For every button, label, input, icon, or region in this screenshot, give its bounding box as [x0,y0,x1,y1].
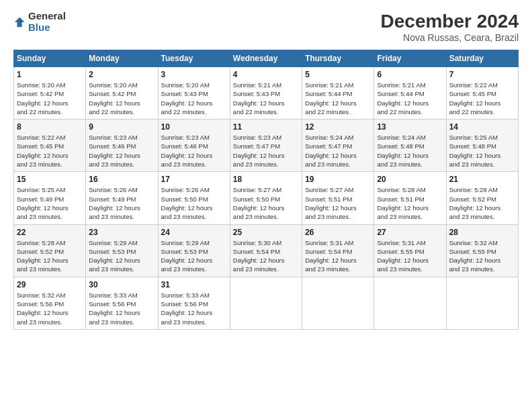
header-tuesday: Tuesday [158,50,230,67]
daylight-label: Daylight: 12 hours [89,309,140,316]
day-number: 2 [89,70,154,79]
day-number: 17 [161,175,227,184]
sunset-label: Sunset: 5:55 PM [377,248,424,255]
table-cell: 3 Sunrise: 5:20 AM Sunset: 5:43 PM Dayli… [158,67,230,120]
daylight-label: Daylight: 12 hours [161,204,213,212]
daylight-minutes: and 22 minutes. [161,108,207,116]
daylight-minutes: and 23 minutes. [89,318,134,326]
sunrise-label: Sunrise: 5:31 AM [305,239,353,246]
table-cell [302,277,374,329]
daylight-label: Daylight: 12 hours [377,152,429,159]
day-number: 21 [449,175,515,184]
day-detail: Sunrise: 5:32 AM Sunset: 5:55 PM Dayligh… [449,238,515,274]
table-cell: 23 Sunrise: 5:29 AM Sunset: 5:53 PM Dayl… [86,224,158,277]
sunset-label: Sunset: 5:54 PM [305,248,352,255]
calendar-table: Sunday Monday Tuesday Wednesday Thursday… [13,50,519,330]
day-detail: Sunrise: 5:22 AM Sunset: 5:45 PM Dayligh… [17,133,83,169]
sunset-label: Sunset: 5:44 PM [305,90,352,97]
day-detail: Sunrise: 5:27 AM Sunset: 5:50 PM Dayligh… [233,185,299,221]
table-cell: 28 Sunrise: 5:32 AM Sunset: 5:55 PM Dayl… [446,224,518,277]
daylight-minutes: and 22 minutes. [233,108,279,116]
table-cell [230,277,302,329]
table-cell: 15 Sunrise: 5:25 AM Sunset: 5:49 PM Dayl… [14,172,86,224]
sunset-label: Sunset: 5:52 PM [449,195,496,203]
header: General Blue December 2024 Nova Russas, … [13,11,519,43]
daylight-label: Daylight: 12 hours [377,99,429,107]
daylight-minutes: and 23 minutes. [449,265,495,273]
day-number: 12 [305,122,371,132]
sunrise-label: Sunrise: 5:29 AM [161,239,210,246]
daylight-label: Daylight: 12 hours [89,204,140,212]
daylight-label: Daylight: 12 hours [89,257,140,264]
day-detail: Sunrise: 5:28 AM Sunset: 5:51 PM Dayligh… [377,185,443,221]
header-row: Sunday Monday Tuesday Wednesday Thursday… [14,50,519,67]
sunrise-label: Sunrise: 5:31 AM [377,239,425,246]
title-section: December 2024 Nova Russas, Ceara, Brazil [381,11,519,43]
sunset-label: Sunset: 5:56 PM [89,300,136,308]
day-number: 5 [305,70,371,79]
daylight-label: Daylight: 12 hours [17,257,69,264]
daylight-minutes: and 23 minutes. [233,161,279,168]
table-cell: 10 Sunrise: 5:23 AM Sunset: 5:46 PM Dayl… [158,120,230,172]
sunset-label: Sunset: 5:53 PM [161,248,208,255]
day-detail: Sunrise: 5:29 AM Sunset: 5:53 PM Dayligh… [89,238,154,274]
sunset-label: Sunset: 5:42 PM [17,90,64,97]
sunrise-label: Sunrise: 5:26 AM [89,186,137,193]
daylight-label: Daylight: 12 hours [233,99,285,107]
day-detail: Sunrise: 5:20 AM Sunset: 5:43 PM Dayligh… [161,81,227,116]
daylight-label: Daylight: 12 hours [161,309,213,316]
sunset-label: Sunset: 5:45 PM [449,90,496,97]
daylight-minutes: and 22 minutes. [305,108,351,116]
day-detail: Sunrise: 5:33 AM Sunset: 5:56 PM Dayligh… [89,291,154,326]
table-cell: 25 Sunrise: 5:30 AM Sunset: 5:54 PM Dayl… [230,224,302,277]
sunset-label: Sunset: 5:46 PM [161,142,208,150]
header-monday: Monday [86,50,158,67]
sunrise-label: Sunrise: 5:29 AM [89,239,137,246]
sunrise-label: Sunrise: 5:21 AM [305,81,353,89]
table-cell: 11 Sunrise: 5:23 AM Sunset: 5:47 PM Dayl… [230,120,302,172]
sunset-label: Sunset: 5:48 PM [449,142,496,150]
table-cell: 26 Sunrise: 5:31 AM Sunset: 5:54 PM Dayl… [302,224,374,277]
sunset-label: Sunset: 5:48 PM [377,142,424,150]
sunrise-label: Sunrise: 5:20 AM [17,81,65,89]
day-number: 18 [233,175,299,184]
day-number: 14 [449,122,515,132]
day-detail: Sunrise: 5:20 AM Sunset: 5:42 PM Dayligh… [89,81,154,116]
day-number: 29 [17,280,83,289]
daylight-minutes: and 23 minutes. [17,161,62,168]
table-cell [374,277,446,329]
day-detail: Sunrise: 5:26 AM Sunset: 5:49 PM Dayligh… [89,185,154,221]
table-cell: 8 Sunrise: 5:22 AM Sunset: 5:45 PM Dayli… [14,120,86,172]
sunset-label: Sunset: 5:49 PM [89,195,136,203]
day-detail: Sunrise: 5:21 AM Sunset: 5:44 PM Dayligh… [377,81,443,116]
day-number: 11 [233,122,299,132]
day-detail: Sunrise: 5:29 AM Sunset: 5:53 PM Dayligh… [161,238,227,274]
daylight-label: Daylight: 12 hours [449,204,501,212]
daylight-minutes: and 23 minutes. [89,265,134,273]
sunset-label: Sunset: 5:51 PM [377,195,424,203]
daylight-label: Daylight: 12 hours [161,152,213,159]
daylight-minutes: and 23 minutes. [377,213,423,220]
daylight-label: Daylight: 12 hours [17,204,69,212]
sunset-label: Sunset: 5:53 PM [89,248,136,255]
daylight-label: Daylight: 12 hours [89,99,140,107]
daylight-minutes: and 23 minutes. [377,161,423,168]
daylight-label: Daylight: 12 hours [17,99,69,107]
day-number: 19 [305,175,371,184]
sunrise-label: Sunrise: 5:33 AM [161,291,210,299]
daylight-label: Daylight: 12 hours [305,152,357,159]
sunset-label: Sunset: 5:52 PM [17,248,64,255]
daylight-minutes: and 23 minutes. [161,161,207,168]
table-cell: 29 Sunrise: 5:32 AM Sunset: 5:56 PM Dayl… [14,277,86,329]
daylight-minutes: and 23 minutes. [449,213,495,220]
day-detail: Sunrise: 5:27 AM Sunset: 5:51 PM Dayligh… [305,185,371,221]
daylight-label: Daylight: 12 hours [161,99,213,107]
day-number: 3 [161,70,227,79]
day-number: 24 [161,228,227,237]
daylight-label: Daylight: 12 hours [305,204,357,212]
day-detail: Sunrise: 5:31 AM Sunset: 5:55 PM Dayligh… [377,238,443,274]
header-wednesday: Wednesday [230,50,302,67]
sunrise-label: Sunrise: 5:32 AM [17,291,65,299]
sunrise-label: Sunrise: 5:28 AM [449,186,498,193]
sunrise-label: Sunrise: 5:20 AM [89,81,137,89]
